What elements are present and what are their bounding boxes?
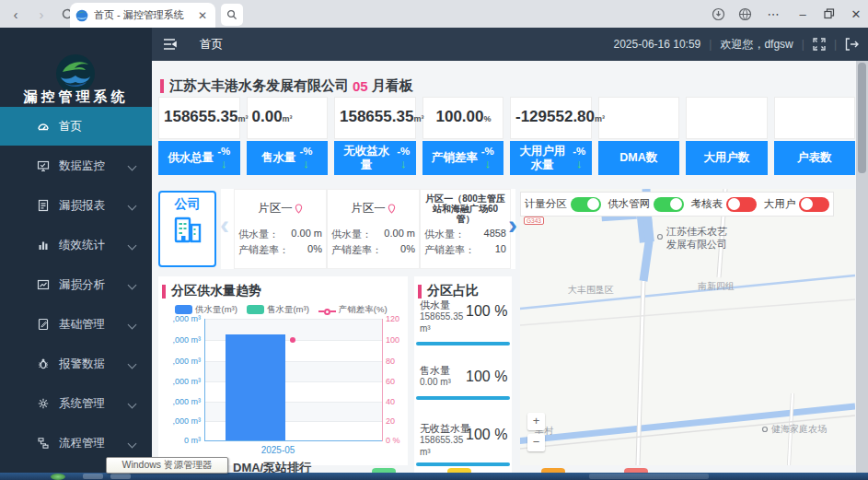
window-restore-button[interactable] <box>824 8 835 19</box>
welcome-label: 欢迎您，dfgsw <box>720 37 793 53</box>
toggle-switch-off[interactable] <box>726 197 757 212</box>
kpi-button-sold[interactable]: 售水量-%↓ <box>247 141 329 175</box>
browser-back-button[interactable]: ‹ <box>6 4 26 24</box>
region-panel-1[interactable]: 片区一 供水量：0.00 m 产销差率：0% <box>234 189 327 269</box>
sidebar-item-performance[interactable]: 绩效统计 <box>0 226 152 264</box>
region-panel-2[interactable]: 片区一 供水量：0.00 m 产销差率：0% <box>327 189 420 269</box>
share-item-value: 0.00 m³ <box>420 377 471 389</box>
taskbar-app[interactable] <box>110 474 131 479</box>
bar-chart-icon <box>37 239 50 252</box>
map-zoom-out-button[interactable]: − <box>527 434 545 451</box>
page-scrollbar[interactable] <box>856 61 868 473</box>
kpi-button-meter-count[interactable]: 户表数 <box>774 141 856 175</box>
sidebar-item-data-monitor[interactable]: 数据监控 <box>0 146 152 185</box>
share-progress-bar <box>416 396 510 400</box>
toggle-switch-on[interactable] <box>571 197 601 212</box>
carousel-prev-icon[interactable]: ‹ <box>220 209 229 240</box>
sidebar-item-label: 首页 <box>59 119 152 135</box>
board-title: 江苏大丰港水务发展有限公司 05 月看板 <box>160 77 413 95</box>
window-close-button[interactable]: ✕ <box>848 7 864 21</box>
sidebar-collapse-icon[interactable] <box>163 38 179 51</box>
sidebar-item-label: 漏损报表 <box>59 198 129 214</box>
topbar-tab-home[interactable]: 首页 <box>200 37 223 53</box>
y-left-tick: ,000 m³ <box>158 357 201 366</box>
browser-menu-icon[interactable]: ⋯ <box>765 7 781 21</box>
kpi-value: 0.00 <box>252 108 283 125</box>
rate-label: 产销差率： <box>238 243 289 257</box>
browser-tab[interactable]: 首页 - 漏控管理系统 ✕ <box>70 3 215 28</box>
fullscreen-icon[interactable] <box>813 38 826 51</box>
toggle-assessment-meter[interactable]: 考核表 <box>691 197 758 212</box>
logout-icon[interactable] <box>845 38 859 51</box>
toggle-metering-zone[interactable]: 计量分区 <box>525 197 601 212</box>
y-right-tick: 80 <box>386 357 395 366</box>
supply-bar[interactable] <box>226 334 285 440</box>
y-right-tick: 100 <box>386 335 399 345</box>
map-label-farm: 健海家庭农场 <box>771 423 827 436</box>
scrollbar-thumb[interactable] <box>858 63 866 173</box>
toggle-switch-off[interactable] <box>799 197 829 212</box>
kpi-unit: m³ <box>595 114 605 123</box>
kpi-button-label: 户表数 <box>797 151 832 164</box>
kpi-button-supply-total[interactable]: 供水总量-%↓ <box>158 141 240 175</box>
kpi-value: 100.00 <box>436 108 484 125</box>
map-zoom-in-button[interactable]: + <box>527 413 545 430</box>
separator: | <box>709 38 712 51</box>
kpi-meter-count: 户表数 <box>774 97 856 175</box>
map-layer-toggles: 计量分区 供水管网 考核表 大用户 <box>520 192 834 217</box>
sidebar-item-label: 报警数据 <box>59 357 129 372</box>
kpi-button-label: 供水总量 <box>168 151 214 164</box>
company-card[interactable]: 公司 <box>158 191 216 267</box>
region-name: 片区一 <box>258 201 293 217</box>
map-label-company: 江苏佳禾农艺发展有限公司 <box>666 226 727 252</box>
toggle-switch-on[interactable] <box>654 197 684 212</box>
taskbar-app[interactable] <box>83 474 103 479</box>
legend-rate[interactable]: 产销差率(%) <box>318 304 388 316</box>
sidebar-item-leak-report[interactable]: 漏损报表 <box>0 186 152 225</box>
road-badge: G343 <box>524 217 544 225</box>
sidebar-item-system-management[interactable]: 系统管理 <box>0 384 152 423</box>
legend-sold[interactable]: 售水量(m³) <box>247 304 309 316</box>
map-pin-icon <box>388 204 396 214</box>
kpi-button-label: 大用户数 <box>703 151 749 164</box>
trend-analysis-icon <box>37 278 50 291</box>
toggle-supply-network[interactable]: 供水管网 <box>608 197 684 212</box>
region-panel-3[interactable]: 片区一（800主管压站和海融广场60管） 供水量：4858 产销差率：10 <box>420 189 511 269</box>
kpi-button-nonrevenue[interactable]: 无收益水量-%↓ <box>334 141 416 175</box>
sidebar-item-alarm-data[interactable]: 报警数据 <box>0 345 152 383</box>
start-button[interactable] <box>51 474 65 480</box>
map-canvas[interactable]: G343 江苏佳禾农艺发展有限公司 大丰围垦区 南新四组 羊村 健海家庭农场 +… <box>520 189 855 465</box>
browser-update-icon[interactable] <box>712 7 725 21</box>
sidebar-item-label: 系统管理 <box>59 396 129 412</box>
browser-forward-button[interactable]: › <box>31 4 52 24</box>
kpi-button-dma-count[interactable]: DMA数 <box>598 141 680 175</box>
sidebar-item-label: 数据监控 <box>59 158 129 174</box>
browser-globe-icon[interactable] <box>738 7 752 21</box>
y-left-tick: ,000 m³ <box>158 377 201 386</box>
kpi-value: 158655.35 <box>164 108 237 125</box>
search-icon[interactable] <box>221 4 243 26</box>
kpi-button-big-user[interactable]: 大用户用水量-%↓ <box>510 141 592 175</box>
window-minimize-button[interactable]: – <box>794 7 811 21</box>
rate-point[interactable] <box>290 337 295 343</box>
app-topbar: 首页 2025-06-16 10:59 | 欢迎您，dfgsw | | <box>152 28 868 61</box>
carousel-next-icon[interactable]: › <box>508 209 517 240</box>
arrow-down-icon: ↓ <box>303 158 309 170</box>
windows-taskbar[interactable] <box>0 473 868 480</box>
share-item-pct: 100 % <box>466 369 510 385</box>
toggle-big-user[interactable]: 大用户 <box>764 197 830 212</box>
kpi-unit: m³ <box>283 114 293 123</box>
taskbar-app[interactable] <box>589 474 709 479</box>
kpi-button-big-user-count[interactable]: 大用户数 <box>686 141 768 175</box>
kpi-button-label: 大用户用水量 <box>515 145 569 171</box>
toggle-label: 计量分区 <box>525 197 567 211</box>
supply-label: 供水量： <box>331 228 372 241</box>
trend-title: 分区供水量趋势 <box>171 283 261 299</box>
sidebar-item-leak-analysis[interactable]: 漏损分析 <box>0 265 152 304</box>
sidebar-item-base-management[interactable]: 基础管理 <box>0 305 152 344</box>
kpi-button-label: DMA数 <box>619 151 657 164</box>
sidebar-item-home[interactable]: 首页 <box>0 107 152 146</box>
axis-bottom <box>204 440 382 441</box>
kpi-button-nrw-rate[interactable]: 产销差率-%↓ <box>422 141 504 175</box>
tab-close-icon[interactable]: ✕ <box>195 9 210 22</box>
